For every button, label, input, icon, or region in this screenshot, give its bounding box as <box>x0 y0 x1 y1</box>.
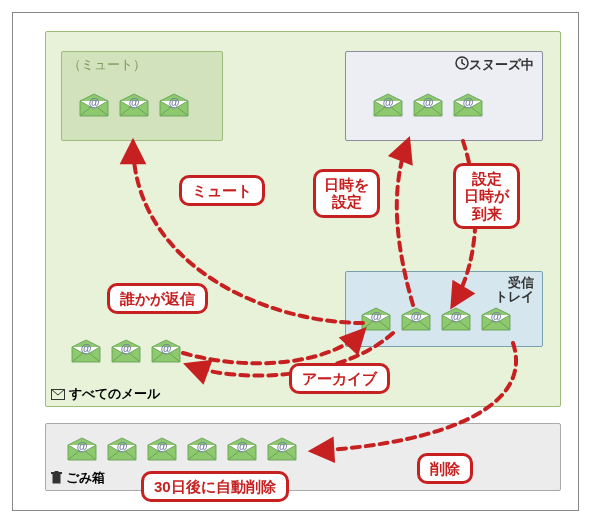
callout-delete: 削除 <box>417 453 473 484</box>
mail-at-icon: @ <box>227 437 257 461</box>
mail-at-icon: @ <box>373 93 403 117</box>
trash-icon <box>51 471 62 487</box>
callout-archive: アーカイブ <box>289 363 390 394</box>
clock-icon <box>455 56 469 73</box>
inbox-label: 受信 トレイ <box>495 276 534 305</box>
svg-text:@: @ <box>129 96 140 108</box>
svg-text:@: @ <box>169 96 180 108</box>
mail-at-icon: @ <box>79 93 109 117</box>
svg-text:@: @ <box>121 342 132 354</box>
envelope-icon <box>51 388 65 403</box>
svg-text:@: @ <box>423 96 434 108</box>
svg-text:@: @ <box>463 96 474 108</box>
mail-at-icon: @ <box>67 437 97 461</box>
svg-text:@: @ <box>491 310 502 322</box>
svg-text:@: @ <box>161 342 172 354</box>
mail-at-icon: @ <box>413 93 443 117</box>
mute-mail-row: @@@ <box>79 93 189 117</box>
mail-at-icon: @ <box>151 339 181 363</box>
svg-text:@: @ <box>383 96 394 108</box>
mail-at-icon: @ <box>441 307 471 331</box>
svg-rect-2 <box>53 474 61 484</box>
svg-text:@: @ <box>77 440 88 452</box>
trash-label: ごみ箱 <box>51 469 105 487</box>
svg-text:@: @ <box>411 310 422 322</box>
diagram-frame: （ミュート） スヌーズ中 受信 トレイ すべてのメール ごみ箱 @@@ @@@ … <box>12 12 579 511</box>
mail-at-icon: @ <box>147 437 177 461</box>
svg-text:@: @ <box>81 342 92 354</box>
mail-at-icon: @ <box>361 307 391 331</box>
svg-text:@: @ <box>371 310 382 322</box>
callout-mute: ミュート <box>179 175 265 206</box>
snooze-label-text: スヌーズ中 <box>469 57 534 72</box>
svg-text:@: @ <box>157 440 168 452</box>
svg-text:@: @ <box>117 440 128 452</box>
mail-at-icon: @ <box>119 93 149 117</box>
mute-label: （ミュート） <box>68 56 146 74</box>
allmail-mail-row: @@@ <box>71 339 181 363</box>
all-mail-label-text: すべてのメール <box>69 386 160 401</box>
callout-someone-reply: 誰かが返信 <box>107 283 208 314</box>
svg-text:@: @ <box>197 440 208 452</box>
svg-rect-4 <box>55 471 59 473</box>
svg-text:@: @ <box>277 440 288 452</box>
mail-at-icon: @ <box>453 93 483 117</box>
svg-text:@: @ <box>237 440 248 452</box>
mail-at-icon: @ <box>267 437 297 461</box>
mail-at-icon: @ <box>111 339 141 363</box>
mail-at-icon: @ <box>187 437 217 461</box>
snooze-mail-row: @@@ <box>373 93 483 117</box>
svg-text:@: @ <box>89 96 100 108</box>
snooze-label: スヌーズ中 <box>455 56 534 74</box>
trash-mail-row: @@@@@@ <box>67 437 297 461</box>
callout-datetime-arrive: 設定 日時が 到来 <box>453 163 520 229</box>
mail-at-icon: @ <box>401 307 431 331</box>
trash-label-text: ごみ箱 <box>66 470 105 485</box>
svg-text:@: @ <box>451 310 462 322</box>
mail-at-icon: @ <box>71 339 101 363</box>
mail-at-icon: @ <box>159 93 189 117</box>
callout-auto-delete: 30日後に自動削除 <box>141 471 289 502</box>
inbox-mail-row: @@@@ <box>361 307 511 331</box>
mail-at-icon: @ <box>481 307 511 331</box>
mail-at-icon: @ <box>107 437 137 461</box>
all-mail-label: すべてのメール <box>51 385 160 403</box>
callout-set-datetime: 日時を 設定 <box>313 169 380 218</box>
